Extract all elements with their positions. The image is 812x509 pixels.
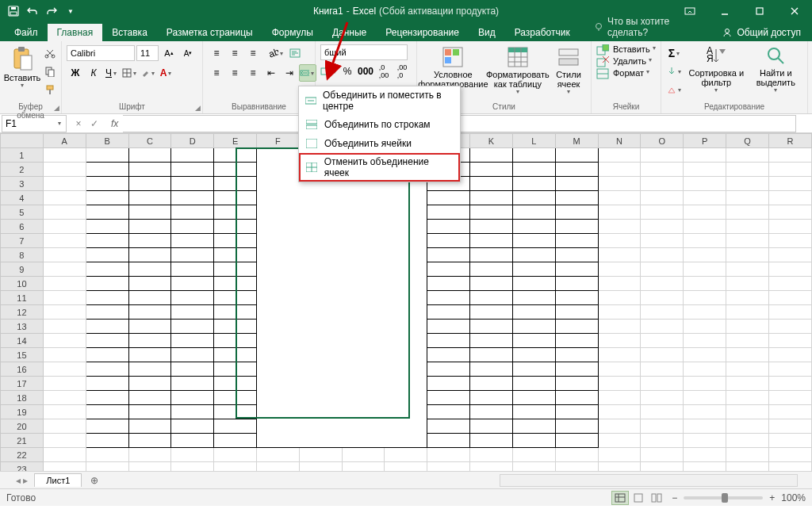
cell[interactable] xyxy=(512,334,555,348)
horizontal-scrollbar[interactable] xyxy=(500,474,798,487)
find-select-button[interactable]: Найти и выделить▾ xyxy=(749,44,802,96)
cell[interactable] xyxy=(214,163,257,177)
cell[interactable] xyxy=(128,405,171,419)
fx-label[interactable]: fx xyxy=(106,118,123,129)
align-middle-icon[interactable]: ≡ xyxy=(226,44,243,62)
cell[interactable] xyxy=(427,448,470,462)
cell[interactable] xyxy=(470,405,513,419)
font-size-input[interactable] xyxy=(136,45,159,61)
cell[interactable] xyxy=(214,191,257,205)
zoom-in-icon[interactable]: + xyxy=(769,492,775,503)
cell[interactable] xyxy=(171,334,214,348)
row-header[interactable]: 9 xyxy=(1,262,44,277)
cell[interactable] xyxy=(427,220,470,234)
normal-view-icon[interactable] xyxy=(611,491,629,505)
cell[interactable] xyxy=(43,191,86,205)
cell[interactable] xyxy=(726,462,769,472)
format-table-button[interactable]: Форматировать как таблицу▾ xyxy=(486,44,550,98)
page-layout-view-icon[interactable] xyxy=(630,491,647,505)
cell[interactable] xyxy=(470,419,513,434)
cell[interactable] xyxy=(43,248,86,262)
cell[interactable] xyxy=(43,148,86,163)
tab-home[interactable]: Главная xyxy=(48,24,103,41)
cell[interactable] xyxy=(86,148,128,163)
cell[interactable] xyxy=(470,320,513,334)
decrease-font-icon[interactable]: A▾ xyxy=(179,44,197,62)
cell[interactable] xyxy=(427,377,470,391)
cell[interactable] xyxy=(43,377,86,391)
tab-review[interactable]: Рецензирование xyxy=(376,24,469,41)
cell[interactable] xyxy=(768,462,811,472)
row-header[interactable]: 3 xyxy=(1,177,44,191)
cell[interactable] xyxy=(427,191,470,205)
merge-across-item[interactable]: Объединить по строкам xyxy=(299,115,460,134)
cell[interactable] xyxy=(555,320,598,334)
col-header[interactable]: F xyxy=(256,134,299,148)
cell[interactable] xyxy=(128,205,171,220)
cell[interactable] xyxy=(470,262,513,277)
cell[interactable] xyxy=(171,391,214,405)
cell[interactable] xyxy=(684,148,726,163)
cell[interactable] xyxy=(768,191,811,205)
cell[interactable] xyxy=(641,462,684,472)
copy-icon[interactable] xyxy=(41,63,59,80)
increase-indent-icon[interactable]: ⇥ xyxy=(281,64,298,82)
cell[interactable] xyxy=(684,334,726,348)
cell[interactable] xyxy=(128,148,171,163)
cell[interactable] xyxy=(470,148,513,163)
cell[interactable] xyxy=(512,163,555,177)
row-header[interactable]: 12 xyxy=(1,305,44,320)
row-header[interactable]: 23 xyxy=(1,462,44,472)
cell[interactable] xyxy=(768,234,811,248)
cell[interactable] xyxy=(512,248,555,262)
borders-icon[interactable]: ▾ xyxy=(121,64,139,82)
cell[interactable] xyxy=(768,391,811,405)
cell[interactable] xyxy=(555,205,598,220)
cell[interactable] xyxy=(214,362,257,377)
font-name-input[interactable] xyxy=(67,45,135,61)
cell[interactable] xyxy=(555,434,598,448)
cell[interactable] xyxy=(43,320,86,334)
cell[interactable] xyxy=(128,377,171,391)
cell[interactable] xyxy=(768,362,811,377)
cell[interactable] xyxy=(512,405,555,419)
cell[interactable] xyxy=(768,148,811,163)
cell[interactable] xyxy=(555,191,598,205)
cell[interactable] xyxy=(427,248,470,262)
cell[interactable] xyxy=(128,348,171,362)
cell[interactable] xyxy=(86,205,128,220)
cell[interactable] xyxy=(86,248,128,262)
cell[interactable] xyxy=(555,305,598,320)
cell[interactable] xyxy=(171,234,214,248)
delete-cells-button[interactable]: Удалить▾ xyxy=(596,56,653,67)
cell[interactable] xyxy=(128,248,171,262)
row-header[interactable]: 21 xyxy=(1,434,44,448)
accounting-format-icon[interactable]: ▾ xyxy=(320,63,338,80)
cell[interactable] xyxy=(171,291,214,305)
cell[interactable] xyxy=(214,291,257,305)
cell[interactable] xyxy=(86,291,128,305)
cell[interactable] xyxy=(128,320,171,334)
comma-icon[interactable]: 000 xyxy=(357,63,374,80)
cell[interactable] xyxy=(726,220,769,234)
cell[interactable] xyxy=(555,419,598,434)
cell[interactable] xyxy=(726,291,769,305)
cell[interactable] xyxy=(555,163,598,177)
row-header[interactable]: 4 xyxy=(1,191,44,205)
col-header[interactable]: L xyxy=(512,134,555,148)
cell[interactable] xyxy=(43,348,86,362)
cell[interactable] xyxy=(86,163,128,177)
cell[interactable] xyxy=(555,391,598,405)
cell[interactable] xyxy=(641,148,684,163)
row-header[interactable]: 10 xyxy=(1,277,44,291)
row-header[interactable]: 7 xyxy=(1,234,44,248)
insert-cells-button[interactable]: Вставить▾ xyxy=(596,44,657,55)
cell[interactable] xyxy=(641,448,684,462)
row-header[interactable]: 13 xyxy=(1,320,44,334)
cell[interactable] xyxy=(598,391,641,405)
cell[interactable] xyxy=(555,248,598,262)
cell-styles-button[interactable]: Стили ячеек▾ xyxy=(551,44,586,98)
col-header[interactable]: K xyxy=(470,134,513,148)
cell[interactable] xyxy=(641,191,684,205)
cell[interactable] xyxy=(598,163,641,177)
